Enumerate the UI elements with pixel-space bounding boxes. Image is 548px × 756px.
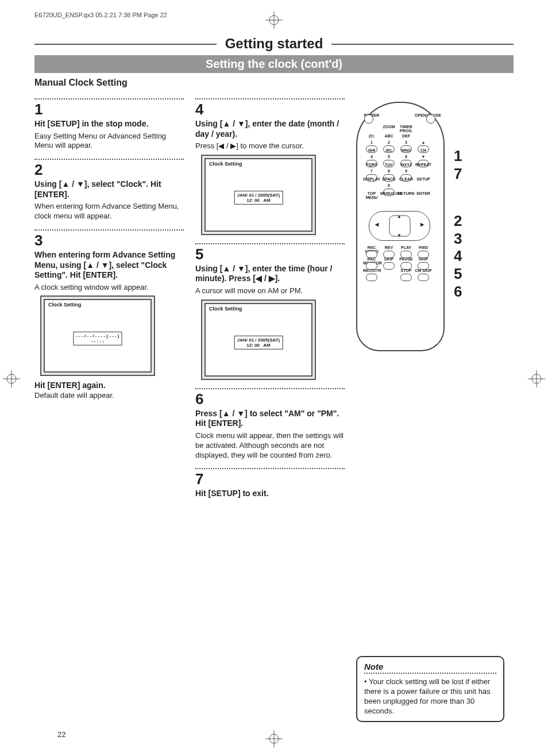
callout-numbers: 1 7 2 3 4 5 6 <box>454 148 462 301</box>
callout-number: 4 <box>454 248 462 264</box>
registration-mark-icon <box>265 11 283 29</box>
remote-button-label: DEF <box>398 134 415 138</box>
step-number: 3 <box>34 233 184 248</box>
step-heading: Hit [SETUP] in the stop mode. <box>34 119 184 129</box>
section-title: Getting started <box>34 36 514 52</box>
step-number: 2 <box>34 162 184 177</box>
remote-button-icon <box>383 262 395 270</box>
column-left: 1 Hit [SETUP] in the stop mode. Easy Set… <box>34 90 184 728</box>
page-number: 22 <box>57 730 65 739</box>
screen-title: Clock Setting <box>48 302 82 308</box>
remote-button-label: ▲ <box>415 140 432 144</box>
remote-button-label: MNO <box>398 148 415 152</box>
callout-number: 1 <box>454 148 462 164</box>
column-middle: 4 Using [▲ / ▼], enter the date (month /… <box>195 90 345 728</box>
remote-button-icon <box>364 114 373 124</box>
down-arrow-icon: ▼ <box>397 233 402 238</box>
step-number: 4 <box>195 102 345 117</box>
remote-button-icon <box>418 274 429 281</box>
screen-value: JAN/ 01 / 2005(SAT) 12: 00 AM <box>234 336 283 350</box>
remote-button-label: 1 <box>363 140 380 144</box>
remote-button-label: 4 <box>363 155 380 159</box>
remote-button-label: 2 <box>380 140 398 144</box>
step-body: Clock menu will appear, then the setting… <box>195 431 345 460</box>
note-separator <box>364 673 496 674</box>
callout-number: 7 <box>454 166 462 182</box>
remote-button-label: TOP MENU <box>363 191 380 199</box>
crop-mark-icon <box>528 370 545 389</box>
step-body: A clock setting window will appear. <box>34 283 184 293</box>
remote-button-icon <box>366 274 377 281</box>
remote-button-label: 6 <box>398 155 415 159</box>
note-box: Note • Your clock setting will be lost i… <box>356 656 504 722</box>
step-body: Easy Setting Menu or Advanced Setting Me… <box>34 132 184 151</box>
screen-value: JAN/ 01 / 2005(SAT) 12: 00 AM <box>234 191 283 205</box>
step-separator <box>34 159 184 160</box>
step-body: Default date will appear. <box>34 391 184 401</box>
callout-number: 3 <box>454 231 462 247</box>
note-body: • Your clock setting will be lost if eit… <box>364 677 496 716</box>
remote-button-label: PQRS <box>363 163 380 167</box>
remote-button-icon <box>426 114 435 124</box>
screen-illustration: Clock Setting JAN/ 01 / 2005(SAT) 12: 00… <box>201 300 316 380</box>
remote-button-label: SPACE <box>380 177 398 181</box>
step-body: A cursor will move on AM or PM. <box>195 286 345 296</box>
remote-button-label: TUV <box>380 163 398 167</box>
content-columns: 1 Hit [SETUP] in the stop mode. Easy Set… <box>34 90 514 728</box>
remote-button-label: MENU/LIST <box>380 191 398 195</box>
remote-button-label: 5 <box>380 155 398 159</box>
step-number: 1 <box>34 102 184 117</box>
manual-page: E6720UD_ENSP.qx3 05.2.21 7:38 PM Page 22… <box>0 0 548 756</box>
remote-button-label: ZOOM <box>380 125 398 129</box>
remote-button-label: 7 <box>363 169 380 173</box>
remote-button-label: REV <box>380 245 398 250</box>
remote-button-label: DISPLAY <box>363 177 380 181</box>
remote-button-label: FWD <box>415 245 432 250</box>
remote-button-label: JKL <box>380 148 398 152</box>
remote-button-label: SETUP <box>415 177 432 181</box>
note-title: Note <box>364 662 496 671</box>
remote-button-label: WXYZ <box>398 163 415 167</box>
remote-button-label: STOP <box>398 268 415 273</box>
remote-button-label: REPEAT <box>415 163 432 167</box>
remote-button-label: GHI <box>363 148 380 152</box>
step-number: 5 <box>195 247 345 262</box>
step-heading: When entering form Advance Setting Menu,… <box>34 250 184 281</box>
remote-button-label: ▼ <box>415 155 432 159</box>
remote-button-label: TIMER PROG. <box>398 125 415 133</box>
step-heading: Using [▲ / ▼], enter the date (month / d… <box>195 119 345 139</box>
up-arrow-icon: ▲ <box>397 214 402 219</box>
remote-button-label: PLAY <box>398 245 415 250</box>
registration-mark-icon <box>265 730 283 747</box>
remote-button-label: RETURN <box>398 191 415 195</box>
callout-number: 5 <box>454 266 462 282</box>
callout-number: 2 <box>454 213 462 229</box>
remote-button-label: CLEAR <box>398 177 415 181</box>
screen-illustration: Clock Setting JAN/ 01 / 2005(SAT) 12: 00… <box>201 155 316 235</box>
step-heading: Using [▲ / ▼], enter the time (hour / mi… <box>195 264 345 284</box>
step-heading: Hit [SETUP] to exit. <box>195 489 345 499</box>
step-number: 7 <box>195 471 345 486</box>
remote-button-label: SKIP <box>380 257 398 261</box>
remote-button-label: 9 <box>398 169 415 173</box>
step-separator <box>195 388 345 389</box>
remote-button-label: REC/OTR <box>363 268 380 273</box>
step-separator <box>195 468 345 469</box>
step-body: When entering form Advance Setting Menu,… <box>34 202 184 221</box>
remote-button-label: 3 <box>398 140 415 144</box>
column-right: POWEROPEN/CLOSEZOOMTIMER PROG.@!.ABCDEF1… <box>356 90 514 728</box>
remote-dpad: ◀ ▶ ▲ ▼ <box>369 211 430 241</box>
step-number: 6 <box>195 392 345 406</box>
step-separator <box>195 243 345 244</box>
remote-button-label: 8 <box>380 169 398 173</box>
remote-button-label: CH <box>415 148 432 152</box>
remote-button-icon <box>400 274 412 281</box>
remote-button-label: ABC <box>380 134 398 138</box>
crop-mark-icon <box>3 370 20 389</box>
remote-button-label: ENTER <box>415 191 432 195</box>
step-body: Press [◀ / ▶] to move the cursor. <box>195 141 345 151</box>
step-separator <box>34 98 184 99</box>
remote-button-label: @!. <box>363 134 380 138</box>
step-heading: Using [▲ / ▼], select "Clock". Hit [ENTE… <box>34 179 184 199</box>
remote-button-label: CM SKIP <box>415 268 432 273</box>
